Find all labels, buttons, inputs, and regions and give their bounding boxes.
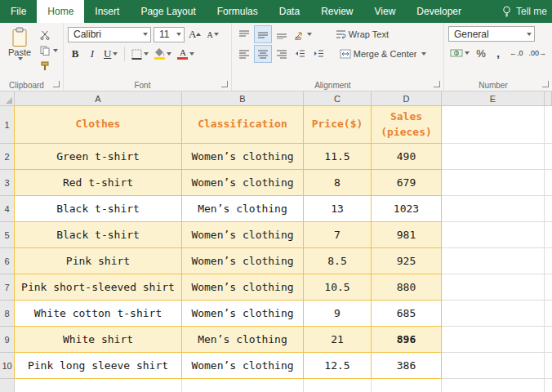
orientation-button[interactable]: ab [292, 26, 314, 42]
cell[interactable]: 981 [372, 222, 442, 248]
cell[interactable]: 386 [372, 353, 442, 379]
cell-empty[interactable] [545, 248, 552, 274]
tab-home[interactable]: Home [37, 0, 84, 23]
cell[interactable]: Women’s clothing [182, 301, 304, 327]
cell[interactable]: 12.5 [304, 353, 372, 379]
column-header-partial[interactable] [545, 91, 552, 106]
cell[interactable]: Pink short-sleeved shirt [15, 274, 182, 301]
font-color-button[interactable]: A [176, 46, 196, 62]
cell[interactable]: 8.5 [304, 248, 372, 274]
cell[interactable]: 685 [372, 301, 442, 327]
row-number[interactable]: 6 [0, 248, 15, 274]
font-dialog-launcher[interactable] [221, 81, 228, 87]
cell-empty[interactable] [442, 353, 545, 379]
cell[interactable]: White shirt [15, 327, 182, 353]
cell[interactable]: Men’s clothing [182, 327, 304, 353]
bold-button[interactable]: B [68, 46, 82, 62]
align-center-button[interactable] [255, 46, 271, 62]
cell-empty[interactable] [15, 379, 182, 392]
alignment-dialog-launcher[interactable] [434, 81, 440, 87]
cell[interactable]: Women’s clothing [182, 222, 304, 248]
font-size-combo[interactable]: 11 [154, 27, 185, 42]
cell-empty[interactable] [182, 379, 304, 392]
decrease-decimal-button[interactable]: .00→ [527, 45, 548, 61]
row-number[interactable]: 7 [0, 274, 15, 301]
shrink-font-button[interactable]: A [205, 26, 220, 42]
header-cell-classification[interactable]: Classification [182, 106, 304, 144]
column-header-b[interactable]: B [182, 91, 304, 106]
header-cell-sales[interactable]: Sales (pieces) [372, 106, 442, 144]
cell-empty[interactable] [442, 170, 545, 196]
cell[interactable]: 10.5 [304, 274, 372, 301]
cell[interactable]: 11.5 [304, 144, 372, 170]
cell[interactable]: 679 [372, 170, 442, 196]
cell-empty[interactable] [442, 274, 545, 301]
cell[interactable]: Men’s clothing [182, 196, 304, 222]
cell-empty[interactable] [545, 274, 552, 301]
tab-review[interactable]: Review [310, 0, 363, 23]
cell-empty[interactable] [545, 144, 552, 170]
tab-developer[interactable]: Developer [406, 0, 472, 23]
align-right-button[interactable] [274, 46, 290, 62]
cell-empty[interactable] [545, 196, 552, 222]
cell-empty[interactable] [442, 196, 545, 222]
cell-empty[interactable] [442, 301, 545, 327]
tab-page-layout[interactable]: Page Layout [130, 0, 206, 23]
cell-empty[interactable] [442, 222, 545, 248]
wrap-text-button[interactable]: Wrap Text [336, 29, 389, 39]
increase-indent-button[interactable] [311, 46, 327, 62]
cell[interactable]: 13 [304, 196, 372, 222]
column-header-d[interactable]: D [372, 91, 442, 106]
row-number[interactable]: 2 [0, 144, 15, 170]
row-number[interactable] [0, 379, 15, 392]
row-number[interactable]: 4 [0, 196, 15, 222]
grow-font-button[interactable]: A [187, 26, 203, 42]
cell-empty[interactable] [304, 379, 372, 392]
comma-style-button[interactable]: , [491, 45, 505, 61]
cell[interactable]: Green t-shirt [15, 144, 182, 170]
select-all-button[interactable] [0, 91, 15, 106]
clipboard-dialog-launcher[interactable] [53, 81, 60, 87]
cell-empty[interactable] [442, 379, 545, 392]
tab-formulas[interactable]: Formulas [207, 0, 269, 23]
header-cell-price[interactable]: Price($) [304, 106, 372, 144]
cell[interactable]: Women’s clothing [182, 353, 304, 379]
cell[interactable]: Pink long sleeve shirt [15, 353, 182, 379]
cell-empty[interactable] [545, 327, 552, 353]
align-left-button[interactable] [236, 46, 252, 62]
tab-view[interactable]: View [364, 0, 407, 23]
cell[interactable]: 1023 [372, 196, 442, 222]
cell-empty[interactable] [545, 301, 552, 327]
merge-center-button[interactable]: Merge & Center [340, 49, 426, 59]
cell-empty[interactable] [442, 327, 545, 353]
cell-empty[interactable] [372, 379, 442, 392]
cut-button[interactable] [39, 29, 59, 41]
row-number[interactable]: 9 [0, 327, 15, 353]
number-dialog-launcher[interactable] [542, 81, 549, 87]
italic-button[interactable]: I [85, 46, 100, 62]
cell-empty[interactable] [442, 248, 545, 274]
cell-empty[interactable] [545, 170, 552, 196]
row-number[interactable]: 1 [0, 106, 15, 144]
format-painter-button[interactable] [39, 60, 59, 72]
tab-insert[interactable]: Insert [84, 0, 130, 23]
underline-button[interactable]: U [102, 46, 119, 62]
row-number[interactable]: 3 [0, 170, 15, 196]
row-number[interactable]: 10 [0, 353, 15, 379]
cell[interactable]: Red t-shirt [15, 170, 182, 196]
align-middle-button[interactable] [255, 26, 271, 42]
cell[interactable]: 21 [304, 327, 372, 353]
cell[interactable]: 880 [372, 274, 442, 301]
cell-empty[interactable] [545, 353, 552, 379]
cell[interactable]: 925 [372, 248, 442, 274]
cell[interactable]: Women’s clothing [182, 274, 304, 301]
number-format-combo[interactable]: General [448, 26, 535, 42]
column-header-c[interactable]: C [304, 91, 372, 106]
cell[interactable]: 8 [304, 170, 372, 196]
tab-file[interactable]: File [0, 0, 37, 23]
cell[interactable]: Women’s clothing [182, 144, 304, 170]
row-number[interactable]: 5 [0, 222, 15, 248]
cell-empty[interactable] [545, 106, 552, 144]
align-top-button[interactable] [236, 26, 252, 42]
cell[interactable]: 9 [304, 301, 372, 327]
